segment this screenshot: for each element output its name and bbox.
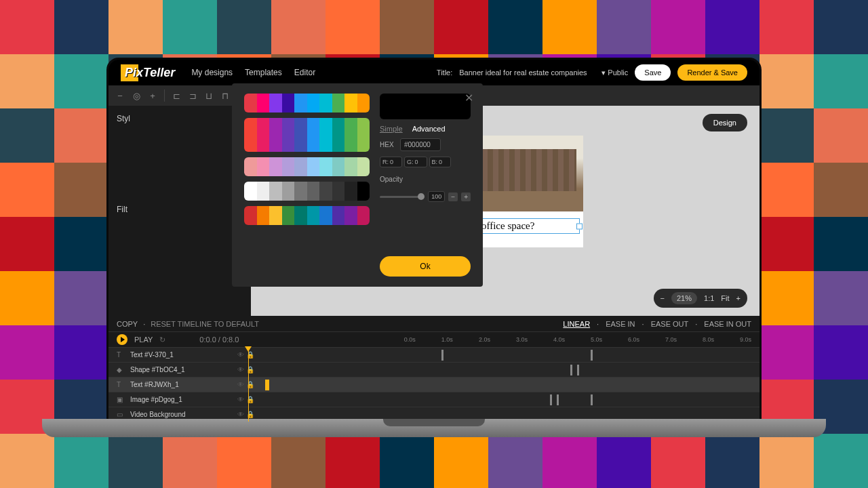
- zoom-ratio[interactable]: 1:1: [704, 294, 714, 302]
- timeline-row[interactable]: TText #RJWXh_1👁 🔒: [108, 377, 760, 392]
- keyframe[interactable]: [570, 365, 572, 375]
- color-swatch[interactable]: [294, 94, 307, 113]
- color-swatch[interactable]: [282, 94, 295, 113]
- layer-visibility-icons[interactable]: 👁 🔒: [237, 381, 254, 388]
- color-swatch[interactable]: [357, 182, 370, 201]
- tab-advanced[interactable]: Advanced: [412, 125, 446, 133]
- color-swatch[interactable]: [282, 182, 295, 201]
- color-swatch[interactable]: [257, 182, 270, 201]
- zoom-in-icon[interactable]: +: [736, 294, 741, 302]
- color-swatch[interactable]: [344, 206, 357, 225]
- color-swatch[interactable]: [344, 118, 357, 152]
- color-swatch[interactable]: [357, 94, 370, 113]
- layer-visibility-icons[interactable]: 👁 🔒: [237, 366, 254, 373]
- design-button[interactable]: Design: [703, 114, 747, 131]
- timeline-row[interactable]: TText #V-370_1👁 🔒: [108, 347, 760, 362]
- align-center-icon[interactable]: ⊐: [188, 91, 197, 100]
- align-top-icon[interactable]: ⊓: [220, 91, 230, 100]
- color-swatch[interactable]: [257, 94, 270, 113]
- timeline-copy[interactable]: COPY: [117, 320, 138, 328]
- color-swatch[interactable]: [294, 157, 307, 176]
- zoom-value[interactable]: 21%: [671, 292, 697, 304]
- color-swatch[interactable]: [332, 118, 345, 152]
- color-swatch[interactable]: [244, 94, 257, 113]
- color-swatch[interactable]: [357, 206, 370, 225]
- zoom-fit[interactable]: Fit: [721, 294, 729, 302]
- color-swatch[interactable]: [307, 118, 320, 152]
- color-swatch[interactable]: [282, 157, 295, 176]
- timeline-ruler[interactable]: 0.0s1.0s2.0s3.0s4.0s5.0s6.0s7.0s8.0s9.0s: [404, 336, 751, 343]
- opacity-minus[interactable]: −: [448, 192, 458, 201]
- layer-visibility-icons[interactable]: 👁 🔒: [237, 411, 254, 418]
- color-swatch[interactable]: [269, 118, 282, 152]
- color-swatch[interactable]: [244, 118, 257, 152]
- color-swatch[interactable]: [294, 206, 307, 225]
- keyframe[interactable]: [577, 365, 579, 375]
- color-swatch[interactable]: [257, 118, 270, 152]
- layer-visibility-icons[interactable]: 👁 🔒: [237, 396, 254, 403]
- visibility-dropdown[interactable]: ▾ Public: [601, 68, 628, 77]
- opacity-plus[interactable]: +: [461, 192, 471, 201]
- ok-button[interactable]: Ok: [380, 256, 471, 277]
- nav-templates[interactable]: Templates: [245, 68, 282, 77]
- timeline-track[interactable]: [265, 392, 751, 407]
- r-input[interactable]: [390, 159, 399, 165]
- color-swatch[interactable]: [257, 157, 270, 176]
- save-button[interactable]: Save: [635, 64, 671, 81]
- keyframe[interactable]: [557, 394, 559, 405]
- hex-input[interactable]: [400, 138, 441, 151]
- color-swatch[interactable]: [332, 206, 345, 225]
- color-swatch[interactable]: [344, 157, 357, 176]
- color-swatch[interactable]: [319, 206, 332, 225]
- b-input[interactable]: [439, 159, 448, 165]
- easing-inout[interactable]: EASE IN OUT: [704, 320, 751, 328]
- color-swatch[interactable]: [319, 182, 332, 201]
- color-swatch[interactable]: [307, 157, 320, 176]
- color-swatch[interactable]: [319, 157, 332, 176]
- color-swatch[interactable]: [332, 94, 345, 113]
- color-swatch[interactable]: [269, 182, 282, 201]
- color-swatch[interactable]: [307, 182, 320, 201]
- loop-icon[interactable]: ↻: [159, 336, 165, 344]
- color-swatch[interactable]: [307, 94, 320, 113]
- color-swatch[interactable]: [319, 118, 332, 152]
- color-swatch[interactable]: [269, 157, 282, 176]
- playhead[interactable]: [248, 347, 249, 422]
- color-swatch[interactable]: [257, 206, 270, 225]
- color-swatch[interactable]: [294, 118, 307, 152]
- tool-minus-icon[interactable]: −: [115, 91, 125, 100]
- play-button[interactable]: [117, 334, 127, 345]
- keyframe[interactable]: [591, 350, 593, 361]
- keyframe[interactable]: [591, 394, 593, 405]
- color-swatch[interactable]: [344, 94, 357, 113]
- timeline-reset[interactable]: RESET TIMELINE TO DEFAULT: [151, 320, 259, 328]
- opacity-value[interactable]: 100: [428, 191, 445, 202]
- close-icon[interactable]: ✕: [465, 92, 473, 104]
- timeline-row[interactable]: ▣Image #pDgog_1👁 🔒: [108, 392, 760, 407]
- align-right-icon[interactable]: ⊔: [204, 91, 214, 100]
- color-swatch[interactable]: [294, 182, 307, 201]
- g-input[interactable]: [415, 159, 425, 165]
- color-swatch[interactable]: [344, 182, 357, 201]
- color-swatch[interactable]: [282, 118, 295, 152]
- color-swatch[interactable]: [282, 206, 295, 225]
- timeline-track[interactable]: [265, 363, 751, 377]
- color-swatch[interactable]: [357, 118, 370, 152]
- title-input[interactable]: [459, 68, 595, 77]
- color-swatch[interactable]: [244, 157, 257, 176]
- color-swatch[interactable]: [357, 157, 370, 176]
- align-left-icon[interactable]: ⊏: [172, 91, 181, 100]
- tool-plus-icon[interactable]: +: [148, 91, 157, 100]
- tab-simple[interactable]: Simple: [380, 125, 403, 133]
- color-swatch[interactable]: [269, 206, 282, 225]
- easing-in[interactable]: EASE IN: [606, 320, 635, 328]
- timeline-row[interactable]: ◆Shape #TbOC4_1👁 🔒: [108, 362, 760, 377]
- color-swatch[interactable]: [244, 206, 257, 225]
- easing-linear[interactable]: LINEAR: [563, 320, 590, 328]
- color-swatch[interactable]: [332, 157, 345, 176]
- tool-target-icon[interactable]: ◎: [132, 91, 141, 100]
- timeline-track[interactable]: [265, 348, 751, 362]
- zoom-out-icon[interactable]: −: [660, 294, 665, 302]
- timeline-track[interactable]: [265, 378, 751, 392]
- nav-editor[interactable]: Editor: [294, 68, 315, 77]
